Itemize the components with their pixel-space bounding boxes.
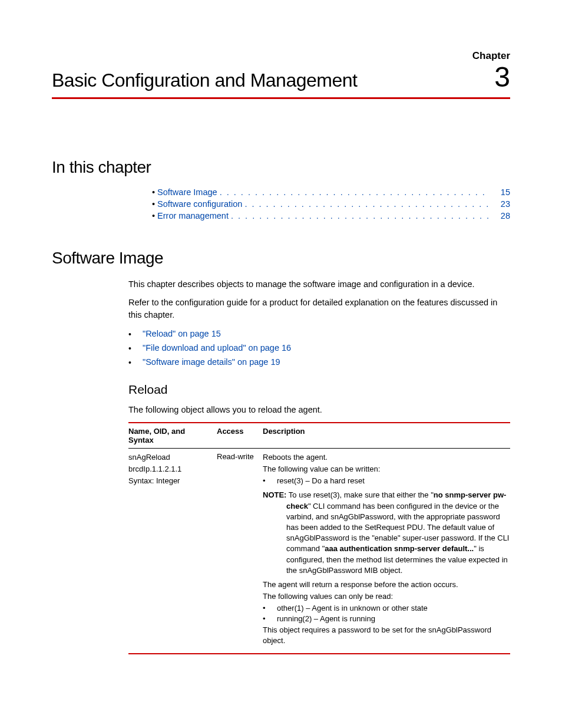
object-name: snAgReload	[128, 452, 212, 463]
table-header-cell: Description	[263, 427, 510, 444]
desc-bullet-text: running(2) – Agent is running	[277, 614, 375, 624]
table-row: snAgReload brcdIp.1.1.2.1.1 Syntax: Inte…	[128, 449, 510, 653]
toc-dots	[244, 199, 489, 209]
table-header-cell: Access	[217, 427, 263, 444]
toc-dots	[231, 211, 489, 220]
list-item: "File download and upload" on page 16	[128, 341, 510, 355]
list-item: "Software image details" on page 19	[128, 355, 510, 370]
toc-link[interactable]: Error management	[157, 211, 229, 220]
table-cell-access: Read-write	[217, 452, 263, 647]
toc-item[interactable]: • Software configuration 23	[152, 199, 510, 209]
heading-software-image: Software Image	[52, 249, 510, 268]
paragraph: This chapter describes objects to manage…	[128, 278, 510, 291]
desc-line: The following values can only be read:	[263, 591, 510, 602]
object-oid: brcdIp.1.1.2.1.1	[128, 464, 212, 475]
note-label: NOTE:	[263, 490, 286, 499]
paragraph: Refer to the configuration guide for a p…	[128, 297, 510, 321]
toc-page: 23	[494, 199, 510, 209]
toc-item[interactable]: • Error management 28	[152, 211, 510, 220]
toc-page: 28	[494, 211, 510, 220]
cross-ref-link[interactable]: "Reload" on page 15	[143, 329, 221, 338]
desc-line: Reboots the agent.	[263, 452, 510, 463]
table-cell-description: Reboots the agent. The following value c…	[263, 452, 510, 647]
chapter-number: 3	[494, 63, 510, 91]
table-header-cell: Name, OID, and Syntax	[128, 427, 217, 444]
link-list: "Reload" on page 15 "File download and u…	[128, 327, 510, 370]
desc-bullet-text: other(1) – Agent is in unknown or other …	[277, 603, 428, 614]
note-text: To use reset(3), make sure that either t…	[289, 490, 434, 499]
heading-in-this-chapter: In this chapter	[52, 158, 510, 177]
heading-reload: Reload	[128, 383, 510, 397]
bullet-icon: •	[263, 476, 277, 486]
list-item: "Reload" on page 15	[128, 327, 510, 341]
bullet-icon: •	[152, 211, 155, 220]
desc-line: This object requires a password to be se…	[263, 625, 510, 646]
bullet-icon: •	[263, 614, 277, 624]
toc-dots	[220, 187, 489, 197]
desc-line: The agent will return a response before …	[263, 579, 510, 590]
bullet-icon: •	[152, 199, 155, 209]
cross-ref-link[interactable]: "File download and upload" on page 16	[143, 343, 291, 353]
table-cell-name: snAgReload brcdIp.1.1.2.1.1 Syntax: Inte…	[128, 452, 217, 647]
table-header-row: Name, OID, and Syntax Access Description	[128, 423, 510, 449]
toc-item[interactable]: • Software Image 15	[152, 187, 510, 197]
note-block: NOTE: To use reset(3), make sure that ei…	[263, 490, 510, 576]
desc-bullet-text: reset(3) – Do a hard reset	[277, 476, 365, 486]
desc-bullet: •reset(3) – Do a hard reset	[263, 476, 510, 486]
toc-link[interactable]: Software Image	[157, 187, 217, 197]
desc-bullet: •other(1) – Agent is in unknown or other…	[263, 603, 510, 614]
chapter-title: Basic Configuration and Management	[52, 70, 357, 91]
bullet-icon: •	[263, 603, 277, 614]
toc-link[interactable]: Software configuration	[157, 199, 242, 209]
toc-page: 15	[494, 187, 510, 197]
table-of-contents: • Software Image 15 • Software configura…	[152, 187, 510, 220]
desc-line: The following value can be written:	[263, 464, 510, 475]
object-table: Name, OID, and Syntax Access Description…	[128, 422, 510, 654]
chapter-label: Chapter	[52, 50, 510, 62]
object-syntax: Syntax: Integer	[128, 476, 212, 486]
cross-ref-link[interactable]: "Software image details" on page 19	[143, 357, 280, 367]
paragraph: The following object allows you to reloa…	[128, 404, 510, 416]
desc-bullet: •running(2) – Agent is running	[263, 614, 510, 624]
note-bold: aaa authentication snmp-server default..…	[325, 544, 474, 553]
chapter-header: Basic Configuration and Management 3	[52, 63, 510, 99]
bullet-icon: •	[152, 187, 155, 197]
